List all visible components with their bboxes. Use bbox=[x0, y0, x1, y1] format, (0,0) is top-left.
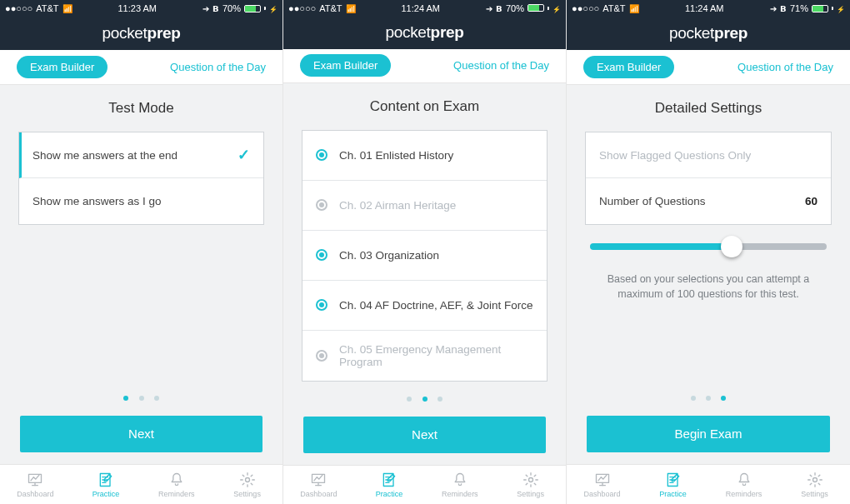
tab-label: Settings bbox=[517, 490, 544, 498]
battery-icon bbox=[244, 5, 261, 12]
dot-1 bbox=[407, 397, 412, 402]
exam-builder-tab[interactable]: Exam Builder bbox=[17, 56, 108, 78]
logo: pocketprep bbox=[102, 24, 180, 42]
tab-settings[interactable]: Settings bbox=[212, 465, 282, 504]
section-title: Detailed Settings bbox=[585, 100, 832, 117]
dot-1 bbox=[123, 396, 128, 401]
dashboard-icon bbox=[26, 472, 44, 488]
chapter-row[interactable]: Ch. 04 AF Doctrine, AEF, & Joint Force bbox=[302, 281, 547, 331]
num-questions-row[interactable]: Number of Questions 60 bbox=[586, 178, 831, 224]
chapter-row[interactable]: Ch. 02 Airman Heritage bbox=[302, 181, 547, 231]
dot-2 bbox=[422, 397, 428, 402]
chapter-row[interactable]: Ch. 03 Organization bbox=[302, 231, 547, 281]
tab-settings[interactable]: Settings bbox=[779, 465, 850, 504]
question-count-slider[interactable] bbox=[590, 243, 827, 250]
settings-list: Show Flagged Questions Only Number of Qu… bbox=[585, 132, 832, 225]
dot-3 bbox=[438, 397, 442, 402]
wifi-icon bbox=[346, 3, 356, 13]
qotd-tab[interactable]: Question of the Day bbox=[453, 59, 549, 72]
wifi-icon bbox=[629, 3, 639, 13]
flagged-only-row[interactable]: Show Flagged Questions Only bbox=[586, 132, 831, 178]
begin-exam-button[interactable]: Begin Exam bbox=[587, 416, 830, 452]
tab-practice[interactable]: Practice bbox=[354, 466, 425, 504]
slider-thumb[interactable] bbox=[721, 236, 742, 257]
battery-icon bbox=[528, 4, 544, 12]
tab-reminders[interactable]: Reminders bbox=[425, 466, 496, 504]
dashboard-icon bbox=[309, 472, 328, 488]
slider-note: Based on your selections you can attempt… bbox=[590, 272, 827, 302]
svg-point-14 bbox=[812, 477, 817, 482]
logo: pocketprep bbox=[385, 23, 463, 42]
tab-bar: Dashboard Practice Reminders Settings bbox=[567, 464, 850, 504]
tab-settings[interactable]: Settings bbox=[495, 466, 566, 504]
status-time: 11:23 AM bbox=[118, 3, 157, 13]
app-header: pocketprep bbox=[567, 17, 850, 50]
tab-label: Settings bbox=[233, 490, 261, 498]
tab-label: Dashboard bbox=[17, 490, 53, 498]
chapter-label: Ch. 01 Enlisted History bbox=[339, 149, 453, 162]
svg-point-9 bbox=[528, 477, 532, 482]
tab-practice[interactable]: Practice bbox=[71, 465, 142, 504]
row-label: Number of Questions bbox=[599, 195, 706, 207]
tab-label: Reminders bbox=[726, 490, 762, 498]
status-bar: ●●○○○ AT&T 11:24 AM 70% bbox=[283, 0, 566, 17]
signal-dots: ●●○○○ bbox=[5, 3, 32, 13]
chapter-row[interactable]: Ch. 05 Emergency Management Program bbox=[302, 331, 547, 381]
next-button[interactable]: Next bbox=[20, 416, 262, 452]
tab-practice[interactable]: Practice bbox=[638, 465, 708, 504]
phone-screen-2: ●●○○○ AT&T 11:24 AM 70% pocketprep Exam … bbox=[283, 0, 567, 504]
wifi-icon bbox=[62, 3, 72, 13]
chapter-row[interactable]: Ch. 01 Enlisted History bbox=[302, 131, 547, 181]
bell-icon bbox=[168, 472, 186, 488]
practice-icon bbox=[380, 472, 398, 488]
tab-label: Reminders bbox=[442, 490, 478, 498]
bell-icon bbox=[451, 472, 469, 488]
radio-icon bbox=[316, 199, 328, 211]
bluetooth-icon bbox=[212, 3, 219, 13]
option-answers-end[interactable]: Show me answers at the end ✓ bbox=[19, 132, 263, 178]
content-area: Detailed Settings Show Flagged Questions… bbox=[567, 85, 850, 464]
qotd-tab[interactable]: Question of the Day bbox=[170, 61, 266, 73]
status-bar: ●●○○○ AT&T 11:23 AM 70% bbox=[0, 0, 282, 17]
app-header: pocketprep bbox=[0, 17, 282, 50]
next-button[interactable]: Next bbox=[303, 417, 546, 453]
dot-3 bbox=[721, 396, 726, 401]
battery-icon bbox=[812, 5, 828, 12]
bluetooth-icon bbox=[780, 3, 787, 13]
content-area: Test Mode Show me answers at the end ✓ S… bbox=[0, 85, 282, 464]
tab-dashboard[interactable]: Dashboard bbox=[0, 465, 71, 504]
page-dots bbox=[18, 389, 264, 404]
qotd-tab[interactable]: Question of the Day bbox=[738, 61, 833, 73]
carrier-label: AT&T bbox=[36, 3, 58, 13]
chapter-label: Ch. 03 Organization bbox=[339, 249, 439, 262]
tab-label: Reminders bbox=[158, 490, 195, 498]
option-label: Show me answers at the end bbox=[32, 149, 178, 162]
status-bar: ●●○○○ AT&T 11:24 AM 71% bbox=[567, 0, 850, 17]
location-icon bbox=[770, 3, 777, 13]
tab-label: Practice bbox=[376, 490, 403, 498]
exam-builder-tab[interactable]: Exam Builder bbox=[583, 56, 674, 78]
signal-dots: ●●○○○ bbox=[288, 3, 316, 13]
num-questions-value: 60 bbox=[805, 195, 818, 207]
subnav: Exam Builder Question of the Day bbox=[283, 49, 566, 83]
bluetooth-icon bbox=[496, 3, 502, 13]
option-answers-as-i-go[interactable]: Show me answers as I go bbox=[19, 178, 263, 224]
test-mode-list: Show me answers at the end ✓ Show me ans… bbox=[18, 132, 264, 225]
tab-dashboard[interactable]: Dashboard bbox=[283, 466, 354, 504]
battery-percent: 70% bbox=[506, 3, 524, 13]
radio-icon bbox=[316, 350, 328, 362]
radio-icon bbox=[316, 249, 328, 261]
tab-label: Settings bbox=[801, 490, 828, 498]
gear-icon bbox=[522, 472, 540, 488]
tab-reminders[interactable]: Reminders bbox=[708, 465, 779, 504]
tab-dashboard[interactable]: Dashboard bbox=[567, 465, 638, 504]
gear-icon bbox=[238, 472, 257, 488]
logo: pocketprep bbox=[669, 24, 748, 42]
bell-icon bbox=[735, 472, 753, 488]
exam-builder-tab[interactable]: Exam Builder bbox=[300, 54, 391, 77]
chapter-label: Ch. 05 Emergency Management Program bbox=[339, 343, 533, 368]
dot-2 bbox=[139, 396, 144, 401]
tab-bar: Dashboard Practice Reminders Settings bbox=[0, 464, 282, 504]
page-dots bbox=[302, 390, 548, 405]
tab-reminders[interactable]: Reminders bbox=[142, 465, 212, 504]
